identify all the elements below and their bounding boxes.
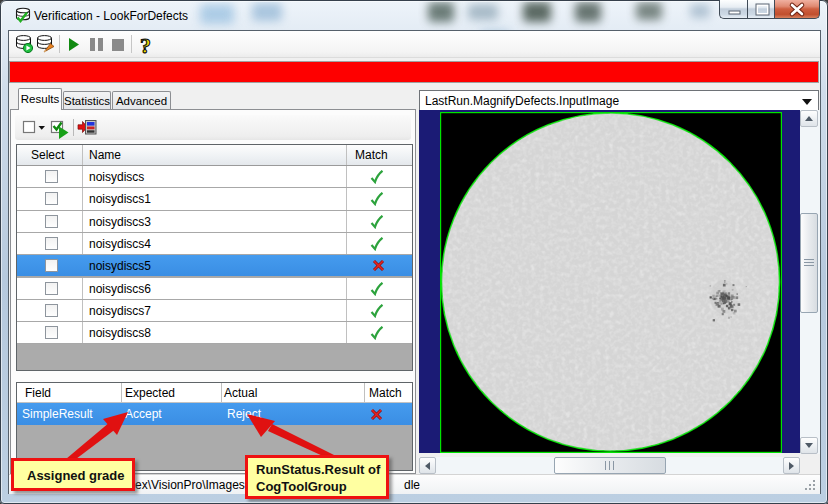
svg-text:?: ? (140, 33, 151, 58)
